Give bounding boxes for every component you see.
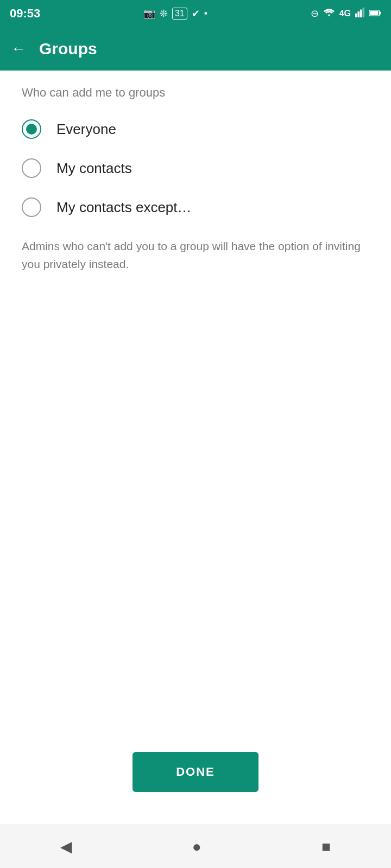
- svg-rect-2: [360, 9, 362, 17]
- asterisk-icon: ❊: [160, 8, 168, 20]
- camera-icon: 📷: [143, 8, 155, 20]
- option-everyone[interactable]: Everyone: [22, 110, 369, 149]
- option-everyone-label: Everyone: [56, 121, 116, 138]
- check-icon: ✔: [192, 8, 200, 20]
- nav-back-icon[interactable]: ◀: [60, 838, 72, 856]
- radio-group: Everyone My contacts My contacts except…: [0, 110, 391, 227]
- radio-my-contacts-except[interactable]: [22, 197, 41, 217]
- done-button[interactable]: DONE: [133, 752, 258, 792]
- svg-rect-5: [380, 11, 381, 14]
- dnd-icon: ⊖: [311, 8, 319, 20]
- back-button[interactable]: ←: [11, 40, 26, 58]
- radio-my-contacts[interactable]: [22, 158, 41, 178]
- radio-everyone[interactable]: [22, 119, 41, 139]
- status-left-icons: 📷 ❊ 31 ✔ •: [143, 8, 207, 20]
- nav-recent-icon[interactable]: ■: [321, 838, 331, 856]
- svg-rect-3: [362, 8, 364, 17]
- option-my-contacts-except-label: My contacts except…: [56, 199, 192, 216]
- option-my-contacts-label: My contacts: [56, 160, 132, 177]
- section-label: Who can add me to groups: [0, 71, 391, 110]
- app-bar: ← Groups: [0, 27, 391, 71]
- helper-text: Admins who can't add you to a group will…: [0, 227, 391, 273]
- svg-rect-6: [370, 11, 378, 15]
- status-bar: 09:53 📷 ❊ 31 ✔ • ⊖ 4G: [0, 0, 391, 27]
- signal-icon: [355, 8, 365, 20]
- page-title: Groups: [39, 40, 97, 58]
- svg-rect-1: [357, 11, 360, 17]
- done-button-container: DONE: [0, 730, 391, 825]
- nav-bar: ◀ ● ■: [0, 825, 391, 868]
- calendar-icon: 31: [172, 8, 187, 20]
- battery-icon: [369, 8, 381, 20]
- status-time: 09:53: [10, 7, 40, 21]
- option-my-contacts[interactable]: My contacts: [22, 149, 369, 188]
- option-my-contacts-except[interactable]: My contacts except…: [22, 188, 369, 227]
- 4g-icon: 4G: [339, 9, 351, 18]
- wifi-icon: [323, 8, 335, 20]
- status-right-icons: ⊖ 4G: [311, 8, 381, 20]
- content-area: Who can add me to groups Everyone My con…: [0, 71, 391, 502]
- svg-rect-0: [355, 13, 357, 17]
- nav-home-icon[interactable]: ●: [192, 838, 201, 856]
- dot-icon: •: [204, 8, 207, 20]
